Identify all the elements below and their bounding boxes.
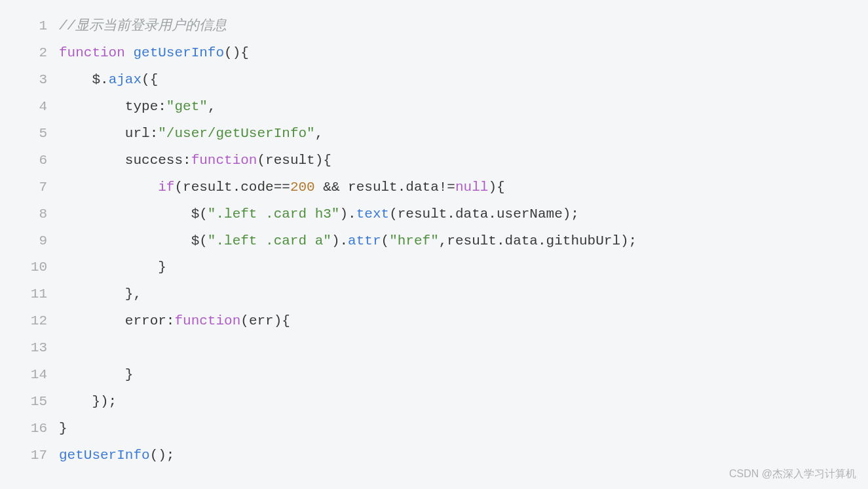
code-line-9: $(".left .card a").attr("href",result.da… [59, 228, 868, 255]
line-number: 1 [0, 13, 47, 40]
line-number: 13 [0, 335, 47, 362]
code-line-6: success:function(result){ [59, 147, 868, 174]
line-number: 14 [0, 362, 47, 389]
code-line-16: } [59, 416, 868, 442]
line-number: 8 [0, 201, 47, 228]
line-number: 4 [0, 94, 47, 121]
line-number: 2 [0, 40, 47, 67]
code-line-12: error:function(err){ [59, 308, 868, 335]
code-line-10: } [59, 254, 868, 281]
line-number: 9 [0, 228, 47, 255]
line-number: 7 [0, 174, 47, 201]
code-line-2: function getUserInfo(){ [59, 40, 868, 67]
line-number: 12 [0, 308, 47, 335]
code-block: 1 2 3 4 5 6 7 8 9 10 11 12 13 14 15 16 1… [0, 13, 868, 469]
line-number: 11 [0, 281, 47, 308]
code-content: //显示当前登录用户的信息 function getUserInfo(){ $.… [59, 13, 868, 469]
code-line-8: $(".left .card h3").text(result.data.use… [59, 201, 868, 228]
code-line-4: type:"get", [59, 94, 868, 121]
code-line-1: //显示当前登录用户的信息 [59, 13, 868, 40]
line-number: 6 [0, 147, 47, 174]
code-line-13 [59, 335, 868, 362]
line-number: 16 [0, 416, 47, 442]
line-numbers-gutter: 1 2 3 4 5 6 7 8 9 10 11 12 13 14 15 16 1… [0, 13, 59, 469]
line-number: 3 [0, 67, 47, 94]
line-number: 17 [0, 442, 47, 469]
watermark: CSDN @杰深入学习计算机 [729, 463, 856, 484]
code-line-14: } [59, 362, 868, 389]
code-line-5: url:"/user/getUserInfo", [59, 121, 868, 147]
code-line-11: }, [59, 281, 868, 308]
code-line-15: }); [59, 389, 868, 416]
code-line-3: $.ajax({ [59, 67, 868, 94]
line-number: 5 [0, 121, 47, 147]
line-number: 15 [0, 389, 47, 416]
line-number: 10 [0, 254, 47, 281]
code-line-7: if(result.code==200 && result.data!=null… [59, 174, 868, 201]
